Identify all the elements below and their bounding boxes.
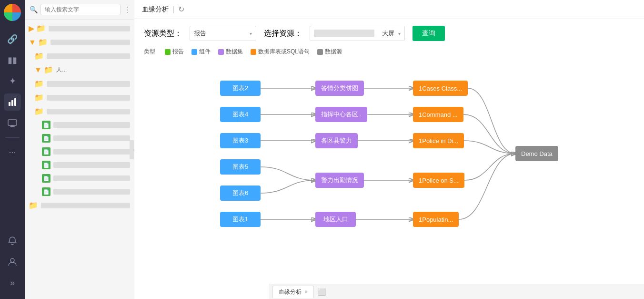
resource-value-placeholder [314, 30, 374, 37]
graph-canvas: 图表2图表4图表3图表5图表6图表1答情分类饼图指挥中心各区..各区县警力警力出… [153, 71, 582, 262]
file-icon: 📄 [42, 121, 50, 129]
list-item[interactable]: ▼ 📁 人... [25, 63, 134, 77]
graph-node-t2[interactable]: 1Command ... [413, 107, 463, 122]
tab-close-button[interactable]: × [304, 289, 308, 295]
sidebar-divider [5, 137, 20, 138]
main-header: 血缘分析 | ↻ [134, 0, 644, 19]
legend-item-dataset: 数据集 [218, 48, 243, 56]
svg-rect-1 [11, 100, 13, 106]
graph-node-t5[interactable]: 1Populatin... [413, 212, 459, 227]
legend-label-component: 组件 [199, 48, 211, 56]
graph-node-n1[interactable]: 图表2 [220, 81, 261, 96]
more-icon[interactable]: ··· [4, 144, 21, 161]
main-content: 血缘分析 | ↻ 资源类型： 报告 ▾ 选择资源： 大屏 ▾ 查询 类型 报告 … [134, 0, 644, 299]
file-search-bar: 🔍 ⋮ [25, 0, 134, 20]
list-item[interactable]: ▼ 📁 [25, 35, 134, 49]
graph-node-t1[interactable]: 1Cases Class... [413, 81, 468, 96]
resource-type-select[interactable]: 报告 ▾ [190, 26, 256, 41]
chevron-down-icon: ▾ [250, 31, 252, 36]
query-button[interactable]: 查询 [413, 26, 445, 41]
folder-icon: 📁 [34, 79, 44, 88]
graph-node-d1[interactable]: 答情分类饼图 [315, 81, 364, 96]
refresh-icon[interactable]: ↻ [178, 5, 184, 14]
graph-node-d3[interactable]: 各区县警力 [315, 133, 358, 148]
folder-icon: 📁 [34, 93, 44, 102]
file-icon: 📄 [42, 174, 50, 183]
svg-rect-3 [8, 120, 17, 125]
expand-icon[interactable]: » [4, 274, 21, 291]
graph-area[interactable]: 图表2图表4图表3图表5图表6图表1答情分类饼图指挥中心各区..各区县警力警力出… [134, 62, 644, 299]
file-icon: 📄 [42, 134, 50, 143]
chart-icon[interactable] [4, 93, 21, 111]
legend-label-report: 报告 [172, 48, 184, 56]
legend-title: 类型 [144, 48, 155, 56]
resource-select[interactable]: 大屏 ▾ [310, 26, 405, 41]
graph-node-n2[interactable]: 图表4 [220, 107, 261, 122]
sidebar: 🔗 ▮▮ ✦ ··· » [0, 0, 25, 299]
page-title: 血缘分析 [142, 5, 169, 14]
graph-node-src[interactable]: Demo Data [515, 146, 558, 161]
graph-node-d5[interactable]: 地区人口 [315, 212, 356, 227]
legend-label-dbtable: 数据库表或SQL语句 [258, 48, 310, 56]
export-icon[interactable]: ⬜ [318, 288, 326, 296]
tab-lineage-analysis[interactable]: 血缘分析 × [272, 286, 314, 298]
svg-rect-0 [9, 102, 10, 106]
list-item[interactable]: 📄 [25, 118, 134, 132]
graph-node-t4[interactable]: 1Police on S... [413, 173, 464, 188]
legend-item-component: 组件 [191, 48, 211, 56]
resource-suffix: 大屏 [382, 29, 394, 38]
list-item[interactable]: 📄 [25, 132, 134, 145]
star-icon[interactable]: ✦ [4, 72, 21, 90]
header-divider: | [172, 5, 174, 14]
chevron-down-icon: ▾ [398, 31, 401, 36]
legend-dot-report [165, 49, 171, 55]
legend-label-dataset: 数据集 [226, 48, 243, 56]
query-bar: 资源类型： 报告 ▾ 选择资源： 大屏 ▾ 查询 [134, 19, 644, 46]
more-options-icon[interactable]: ⋮ [123, 5, 131, 14]
graph-node-n3[interactable]: 图表3 [220, 133, 261, 148]
monitor-icon[interactable] [4, 114, 21, 132]
legend-dot-dbtable [251, 49, 256, 55]
grid-icon[interactable]: ▮▮ [4, 52, 21, 69]
legend-item-report: 报告 [165, 48, 184, 56]
list-item[interactable]: 📁 [25, 49, 134, 63]
graph-node-n4[interactable]: 图表5 [220, 159, 261, 175]
list-item[interactable]: 📄 [25, 185, 134, 198]
resource-type-value: 报告 [194, 29, 206, 38]
legend-dot-component [191, 49, 197, 55]
file-panel-wrapper: 🔍 ⋮ ▶ 📁 ▼ 📁 📁 ▼ 📁 人... 📁 [25, 0, 134, 299]
svg-rect-2 [14, 98, 16, 106]
file-icon: 📄 [42, 187, 50, 196]
legend-item-dbtable: 数据库表或SQL语句 [251, 48, 310, 56]
link-icon[interactable]: 🔗 [4, 31, 21, 48]
svg-rect-5 [10, 126, 15, 127]
bottom-bar: 血缘分析 × ⬜ [269, 284, 644, 299]
graph-node-n6[interactable]: 图表1 [220, 212, 261, 227]
list-item[interactable]: 📁 [25, 104, 134, 118]
list-item[interactable]: 📁 [25, 198, 134, 212]
graph-node-n5[interactable]: 图表6 [220, 186, 261, 201]
graph-node-d4[interactable]: 警力出勤情况 [315, 173, 364, 188]
list-item[interactable]: ▶ 📁 [25, 21, 134, 35]
list-item[interactable]: 📄 [25, 158, 134, 172]
list-item[interactable]: 📄 [25, 172, 134, 185]
search-input[interactable] [40, 4, 121, 15]
folder-icon: 📁 [29, 201, 38, 210]
list-item[interactable]: 📁 [25, 91, 134, 104]
arrows-svg [153, 71, 582, 262]
list-item[interactable]: 📄 [25, 145, 134, 158]
resource-type-label: 资源类型： [144, 29, 182, 39]
list-item[interactable]: 📁 [25, 77, 134, 91]
file-panel: 🔍 ⋮ ▶ 📁 ▼ 📁 📁 ▼ 📁 人... 📁 [25, 0, 134, 299]
user-icon[interactable] [4, 253, 21, 270]
select-resource-label: 选择资源： [264, 29, 302, 39]
search-icon: 🔍 [30, 6, 38, 13]
app-logo [4, 4, 21, 21]
folder-icon: 📁 [34, 52, 44, 61]
graph-node-t3[interactable]: 1Police in Di... [413, 133, 464, 148]
file-tree: ▶ 📁 ▼ 📁 📁 ▼ 📁 人... 📁 📁 [25, 20, 134, 299]
graph-node-d2[interactable]: 指挥中心各区.. [315, 107, 367, 122]
legend: 类型 报告 组件 数据集 数据库表或SQL语句 数据源 [134, 46, 644, 62]
bell-icon[interactable] [4, 232, 21, 249]
folder-icon: 📁 [34, 107, 44, 116]
